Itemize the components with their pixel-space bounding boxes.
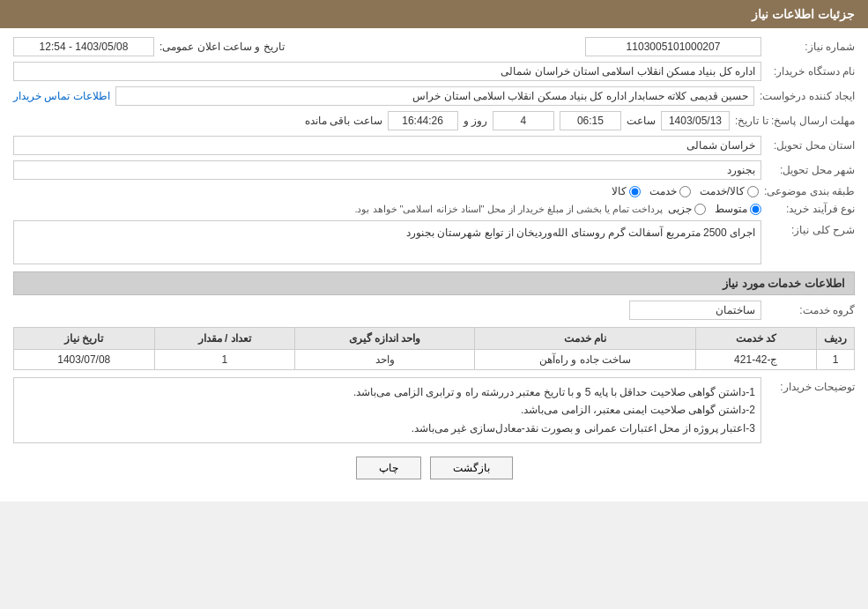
print-button[interactable]: چاپ bbox=[356, 457, 421, 479]
button-row: بازگشت چاپ bbox=[13, 457, 855, 479]
page-header-text: جزئیات اطلاعات نیاز bbox=[752, 7, 855, 21]
page-header: شماره نیاز: جزئیات اطلاعات نیاز bbox=[0, 0, 868, 28]
process-radio-jozi[interactable] bbox=[694, 204, 706, 215]
cell-quantity: 1 bbox=[154, 350, 294, 370]
category-radio-kala[interactable] bbox=[629, 186, 641, 197]
col-header-unit: واحد اندازه گیری bbox=[294, 328, 474, 350]
deadline-remaining: 16:44:26 bbox=[388, 111, 458, 130]
col-header-row: ردیف bbox=[817, 328, 855, 350]
col-header-code: کد خدمت bbox=[695, 328, 816, 350]
category-label-khedmat: خدمت bbox=[649, 185, 677, 197]
deadline-time: 06:15 bbox=[560, 111, 621, 130]
col-header-qty: تعداد / مقدار bbox=[154, 328, 294, 350]
service-group-label: گروه خدمت: bbox=[767, 304, 855, 316]
process-note: پرداخت تمام یا بخشی از مبلغ خریدار از مح… bbox=[354, 204, 663, 215]
process-label-motavasset: متوسط bbox=[715, 203, 747, 215]
table-row: 1 ج-42-421 ساخت جاده و راه‌آهن واحد 1 14… bbox=[14, 350, 855, 370]
deadline-days: 4 bbox=[493, 111, 554, 130]
need-desc-row: شرح کلی نیاز: اجرای 2500 مترمربع آسفالت … bbox=[13, 220, 855, 264]
table-head: ردیف کد خدمت نام خدمت واحد اندازه گیری ت… bbox=[14, 328, 855, 350]
table-body: 1 ج-42-421 ساخت جاده و راه‌آهن واحد 1 14… bbox=[14, 350, 855, 370]
buyer-notes-value: 1-داشتن گواهی صلاحیت حداقل با پایه 5 و ب… bbox=[13, 377, 761, 443]
need-desc-value: اجرای 2500 مترمربع آسفالت گرم روستای الل… bbox=[13, 220, 761, 264]
province-label: استان محل تحویل: bbox=[767, 139, 855, 152]
services-table-container: ردیف کد خدمت نام خدمت واحد اندازه گیری ت… bbox=[13, 327, 855, 370]
creator-label: ایجاد کننده درخواست: bbox=[760, 90, 855, 102]
buyer-notes-row: توضیحات خریدار: 1-داشتن گواهی صلاحیت حدا… bbox=[13, 377, 855, 443]
cell-date: 1403/07/08 bbox=[14, 350, 155, 370]
cell-row-num: 1 bbox=[817, 350, 855, 370]
process-option-motavasset: متوسط bbox=[715, 203, 761, 215]
cell-service-code: ج-42-421 bbox=[695, 350, 816, 370]
province-value: خراسان شمالی bbox=[13, 136, 761, 155]
category-radio-group: کالا/خدمت خدمت کالا bbox=[612, 185, 759, 197]
category-radio-kala-khedmat[interactable] bbox=[747, 186, 759, 197]
category-row: طبقه بندی موضوعی: کالا/خدمت خدمت کالا bbox=[13, 185, 855, 197]
need-desc-label: شرح کلی نیاز: bbox=[767, 220, 855, 236]
col-header-date: تاریخ نیاز bbox=[14, 328, 155, 350]
category-label-kala: کالا bbox=[612, 185, 627, 197]
buyer-note-line-3: 3-اعتبار پروژه از محل اعتبارات عمرانی و … bbox=[19, 420, 755, 437]
announcement-label: تاریخ و ساعت اعلان عمومی: bbox=[160, 41, 285, 53]
deadline-date: 1403/05/13 bbox=[661, 111, 730, 130]
category-option-kala: کالا bbox=[612, 185, 641, 197]
category-option-kala-khedmat: کالا/خدمت bbox=[700, 185, 759, 197]
table-header-row: ردیف کد خدمت نام خدمت واحد اندازه گیری ت… bbox=[14, 328, 855, 350]
services-table: ردیف کد خدمت نام خدمت واحد اندازه گیری ت… bbox=[13, 327, 855, 370]
need-number-value: 1103005101000207 bbox=[585, 37, 761, 56]
deadline-label: مهلت ارسال پاسخ: تا تاریخ: bbox=[735, 115, 855, 127]
back-button[interactable]: بازگشت bbox=[430, 457, 513, 479]
city-row: شهر محل تحویل: بجنورد bbox=[13, 160, 855, 180]
contact-link[interactable]: اطلاعات تماس خریدار bbox=[13, 90, 110, 102]
deadline-row: مهلت ارسال پاسخ: تا تاریخ: 1403/05/13 سا… bbox=[13, 111, 855, 130]
cell-service-name: ساخت جاده و راه‌آهن bbox=[475, 350, 695, 370]
buyer-notes-label: توضیحات خریدار: bbox=[767, 377, 855, 393]
need-number-label: شماره نیاز: bbox=[767, 41, 855, 53]
category-label: طبقه بندی موضوعی: bbox=[764, 185, 855, 197]
category-radio-khedmat[interactable] bbox=[679, 186, 691, 197]
deadline-time-label: ساعت bbox=[627, 115, 656, 127]
content-area: شماره نیاز: 1103005101000207 تاریخ و ساع… bbox=[0, 28, 868, 501]
creator-row: ایجاد کننده درخواست: حسین قدیمی کلاته حس… bbox=[13, 86, 855, 106]
col-header-name: نام خدمت bbox=[475, 328, 695, 350]
deadline-days-label: روز و bbox=[464, 115, 487, 127]
buyer-note-line-1: 1-داشتن گواهی صلاحیت حداقل با پایه 5 و ب… bbox=[19, 383, 755, 401]
process-option-jozi: جزیی bbox=[668, 203, 706, 215]
creator-value: حسین قدیمی کلاته حسابدار اداره کل بنیاد … bbox=[115, 86, 754, 106]
buyer-org-value: اداره کل بنیاد مسکن انقلاب اسلامی استان … bbox=[13, 62, 761, 81]
city-label: شهر محل تحویل: bbox=[767, 164, 855, 176]
process-radio-motavasset[interactable] bbox=[750, 204, 761, 215]
deadline-remaining-label: ساعت باقی مانده bbox=[305, 115, 382, 127]
buyer-org-label: نام دستگاه خریدار: bbox=[767, 65, 855, 78]
process-radio-group: متوسط جزیی bbox=[668, 203, 761, 215]
service-group-value: ساختمان bbox=[629, 301, 761, 320]
services-section-header: اطلاعات خدمات مورد نیاز bbox=[13, 271, 855, 295]
category-label-kala-khedmat: کالا/خدمت bbox=[700, 185, 745, 197]
need-number-row: شماره نیاز: 1103005101000207 تاریخ و ساع… bbox=[13, 37, 855, 56]
announcement-value: 1403/05/08 - 12:54 bbox=[13, 37, 154, 56]
process-label-jozi: جزیی bbox=[668, 203, 692, 215]
process-label: نوع فرآیند خرید: bbox=[767, 203, 855, 215]
city-value: بجنورد bbox=[13, 160, 761, 180]
cell-unit: واحد bbox=[294, 350, 474, 370]
buyer-org-row: نام دستگاه خریدار: اداره کل بنیاد مسکن ا… bbox=[13, 62, 855, 81]
process-row: نوع فرآیند خرید: متوسط جزیی پرداخت تمام … bbox=[13, 203, 855, 215]
page-wrapper: شماره نیاز: جزئیات اطلاعات نیاز شماره نی… bbox=[0, 0, 868, 501]
province-row: استان محل تحویل: خراسان شمالی bbox=[13, 136, 855, 155]
buyer-note-line-2: 2-داشتن گواهی صلاحیت ایمنی معتبر، الزامی… bbox=[19, 401, 755, 419]
service-group-row: گروه خدمت: ساختمان bbox=[13, 301, 855, 320]
category-option-khedmat: خدمت bbox=[649, 185, 691, 197]
